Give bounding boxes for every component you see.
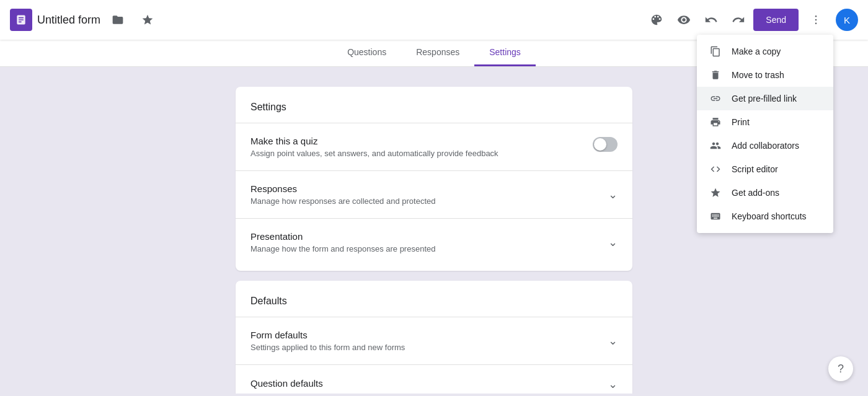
defaults-card: Defaults Form defaults Settings applied … <box>236 281 632 394</box>
quiz-setting-row: Make this a quiz Assign point values, se… <box>250 123 618 170</box>
help-button[interactable]: ? <box>828 356 853 381</box>
menu-item-make-copy-label: Make a copy <box>732 46 781 56</box>
menu-item-keyboard-shortcuts[interactable]: Keyboard shortcuts <box>697 205 833 228</box>
question-defaults-info: Question defaults <box>250 378 323 391</box>
form-defaults-name: Form defaults <box>250 330 405 340</box>
svg-point-5 <box>815 19 817 21</box>
menu-item-keyboard-shortcuts-label: Keyboard shortcuts <box>732 211 807 221</box>
header-left: Untitled form <box>10 7 644 32</box>
question-defaults-row[interactable]: Question defaults ⌄ <box>250 365 618 394</box>
svg-rect-1 <box>19 17 24 19</box>
avatar[interactable]: K <box>836 9 858 31</box>
menu-item-print[interactable]: Print <box>697 110 833 134</box>
defaults-card-title: Defaults <box>250 296 618 307</box>
menu-item-print-label: Print <box>732 117 750 127</box>
tab-settings[interactable]: Settings <box>474 40 536 66</box>
form-defaults-desc: Settings applied to this form and new fo… <box>250 343 405 352</box>
responses-setting-info: Responses Manage how responses are colle… <box>250 183 435 206</box>
trash-icon <box>709 69 722 81</box>
quiz-toggle[interactable] <box>593 137 618 152</box>
form-defaults-row[interactable]: Form defaults Settings applied to this f… <box>250 317 618 364</box>
form-defaults-chevron-icon: ⌄ <box>608 334 618 348</box>
preview-button[interactable] <box>671 7 696 32</box>
folder-button[interactable] <box>105 7 130 32</box>
quiz-setting-info: Make this a quiz Assign point values, se… <box>250 136 593 158</box>
toggle-thumb <box>594 138 606 151</box>
keyboard-icon <box>709 211 722 222</box>
menu-item-get-addons[interactable]: Get add-ons <box>697 181 833 205</box>
form-title: Untitled form <box>37 14 100 27</box>
dropdown-menu: Make a copy Move to trash Get pre-filled… <box>697 35 833 233</box>
more-options-button[interactable] <box>804 7 828 32</box>
responses-setting-name: Responses <box>250 183 435 194</box>
print-icon <box>709 117 722 128</box>
tab-responses[interactable]: Responses <box>401 40 474 66</box>
undo-button[interactable] <box>699 7 724 32</box>
menu-item-script-editor-label: Script editor <box>732 164 778 174</box>
palette-button[interactable] <box>644 7 669 32</box>
presentation-setting-desc: Manage how the form and responses are pr… <box>250 244 435 253</box>
menu-item-add-collaborators[interactable]: Add collaborators <box>697 134 833 157</box>
responses-setting-desc: Manage how responses are collected and p… <box>250 196 435 206</box>
settings-card: Settings Make this a quiz Assign point v… <box>236 87 632 271</box>
svg-point-6 <box>815 23 817 25</box>
quiz-setting-desc: Assign point values, set answers, and au… <box>250 149 593 158</box>
svg-rect-2 <box>19 19 24 20</box>
menu-item-get-addons-label: Get add-ons <box>732 188 779 198</box>
tab-questions[interactable]: Questions <box>332 40 401 66</box>
header: Untitled form <box>0 0 868 40</box>
presentation-setting-info: Presentation Manage how the form and res… <box>250 231 435 253</box>
link-icon <box>709 93 722 104</box>
menu-item-move-trash[interactable]: Move to trash <box>697 63 833 87</box>
menu-item-script-editor[interactable]: Script editor <box>697 157 833 181</box>
header-right: Send K <box>644 7 858 32</box>
menu-item-pre-filled-link-label: Get pre-filled link <box>732 94 797 103</box>
presentation-setting-row[interactable]: Presentation Manage how the form and res… <box>250 219 618 266</box>
question-defaults-name: Question defaults <box>250 378 323 389</box>
presentation-setting-name: Presentation <box>250 231 435 242</box>
send-button[interactable]: Send <box>753 9 799 31</box>
menu-item-add-collaborators-label: Add collaborators <box>732 141 799 151</box>
settings-card-title: Settings <box>250 102 618 113</box>
menu-item-pre-filled-link[interactable]: Get pre-filled link <box>697 87 833 110</box>
svg-point-4 <box>815 15 817 17</box>
question-defaults-chevron-icon: ⌄ <box>608 377 618 391</box>
form-defaults-info: Form defaults Settings applied to this f… <box>250 330 405 352</box>
menu-item-make-copy[interactable]: Make a copy <box>697 40 833 63</box>
toggle-track <box>593 137 618 152</box>
copy-icon <box>709 46 722 57</box>
responses-chevron-icon: ⌄ <box>608 188 618 201</box>
people-icon <box>709 140 722 151</box>
code-icon <box>709 164 722 175</box>
presentation-chevron-icon: ⌄ <box>608 235 618 249</box>
menu-item-move-trash-label: Move to trash <box>732 70 784 80</box>
svg-rect-3 <box>19 22 22 23</box>
responses-setting-row[interactable]: Responses Manage how responses are colle… <box>250 171 618 218</box>
star-button[interactable] <box>135 7 160 32</box>
app-icon <box>10 9 32 31</box>
quiz-setting-name: Make this a quiz <box>250 136 593 146</box>
addons-star-icon <box>709 187 722 198</box>
redo-button[interactable] <box>726 7 751 32</box>
